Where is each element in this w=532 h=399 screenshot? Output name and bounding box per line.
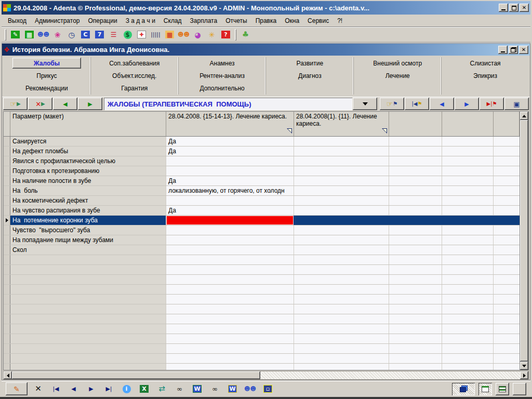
find-word2-button[interactable]: ∞ [208,382,222,396]
staff-button[interactable]: ☻☻ [177,28,191,42]
value-cell[interactable] [442,186,494,195]
value-cell[interactable] [494,196,520,205]
menu-item[interactable]: Зарплата [186,16,222,25]
table-row[interactable]: На косметический дефект [4,196,520,206]
value-cell[interactable] [389,186,442,195]
empty-row[interactable] [4,265,520,275]
edit-record-button[interactable]: ✎ [6,382,28,395]
empty-row[interactable] [4,304,520,314]
value-cell[interactable] [294,176,389,185]
table-row[interactable]: На потемнение коронки зуба [4,216,520,225]
empty-row[interactable] [4,344,520,354]
doc-restore-button[interactable] [509,46,518,54]
section-dropdown-button[interactable] [353,98,377,110]
minimize-button[interactable] [499,4,508,12]
excel-export-button[interactable]: X [137,382,151,396]
menu-item[interactable]: Склад [159,16,186,25]
timetable-button[interactable]: ◷ [64,28,78,42]
value-cell[interactable] [294,235,389,245]
horizontal-scroll-track[interactable] [260,371,520,379]
word-template-button[interactable]: W [190,382,204,396]
schedule-button[interactable]: ▦ [22,28,36,42]
window-split-button[interactable] [496,383,509,395]
table-row[interactable]: На попадание пищи между зубами [4,235,520,245]
value-cell[interactable] [166,156,294,166]
scroll-right-button[interactable] [520,371,528,379]
close-button[interactable]: ✕ [520,4,529,12]
scroll-down-button[interactable] [520,362,528,370]
payments-button[interactable]: $ [121,28,135,42]
cabinet-button[interactable]: ▦ [163,28,177,42]
value-cell[interactable] [442,245,494,255]
value-cell[interactable] [389,166,442,176]
value-cell[interactable] [494,147,520,156]
doc-minimize-button[interactable] [498,46,508,54]
empty-row[interactable] [4,354,520,364]
value-cell[interactable] [494,245,520,255]
empty-row[interactable] [4,314,520,324]
value-cell[interactable] [494,186,520,195]
first-record-flag-button[interactable]: |◀⚑ [405,98,429,110]
empty-row[interactable] [4,324,520,334]
table-row[interactable]: СанируетсяДа [4,137,520,147]
column-header[interactable] [389,112,442,136]
menu-item[interactable]: Сервис [303,16,333,25]
window-blank-button[interactable] [513,383,526,395]
value-cell[interactable] [389,206,442,215]
value-cell[interactable]: Да [166,176,294,185]
value-cell[interactable] [294,137,389,146]
tab-item[interactable]: Рекомендации [3,82,90,95]
patients-button[interactable]: ☻☻ [36,28,50,42]
scroll-up-button[interactable] [520,112,528,120]
table-row[interactable]: Подготовка к протезированию [4,166,520,176]
value-cell[interactable] [389,156,442,166]
horizontal-scroll-thumb[interactable] [12,371,260,379]
delete-record-button[interactable]: ✕ [31,382,45,396]
tab-item[interactable]: Объект.исслед. [91,70,178,82]
value-cell[interactable] [294,166,389,176]
table-row[interactable]: На наличие полости в зубеДа [4,176,520,186]
value-cell[interactable] [294,196,389,205]
value-cell[interactable] [294,225,389,235]
tab-item[interactable]: Соп.заболевания [91,57,178,70]
price-list-button[interactable]: ☰ [107,28,121,42]
value-cell[interactable] [166,235,294,245]
last-record-flag-button[interactable]: ▶|⚑ [480,98,504,110]
save-exit-button[interactable]: ▫ [261,382,275,396]
menu-item[interactable]: Администратор [31,16,84,25]
visit-card-button[interactable]: ✎ [8,28,22,42]
word-doc-button[interactable]: W [225,382,240,396]
tab-item[interactable]: Гарантия [91,82,178,95]
value-cell[interactable] [389,225,442,235]
empty-row[interactable] [4,364,520,370]
tab-item[interactable]: Развитие [266,57,353,70]
clover-button[interactable]: ♣ [238,28,252,42]
next-template-button[interactable]: ▶ [78,98,102,110]
menu-item[interactable]: Операции [84,16,121,25]
value-cell[interactable]: Да [166,137,294,146]
calendar-c-button[interactable]: C [78,28,92,42]
value-cell[interactable] [494,137,520,146]
tab-item[interactable]: Жалобы [12,58,81,69]
tab-item[interactable]: Прикус [3,70,90,82]
vertical-scroll-thumb[interactable] [520,120,528,362]
value-cell[interactable] [494,225,520,235]
value-cell[interactable] [294,216,389,225]
statistics-button[interactable]: ◕ [191,28,205,42]
value-cell[interactable] [294,245,389,255]
vertical-scrollbar[interactable] [520,111,529,370]
empty-row[interactable] [4,334,520,344]
table-row[interactable]: На больлокализованную, от горячего, от х… [4,186,520,196]
value-cell[interactable]: Да [166,206,294,215]
menu-item[interactable]: ?! [333,16,347,25]
table-row[interactable]: Скол [4,245,520,255]
value-cell[interactable] [442,225,494,235]
value-cell[interactable] [294,186,389,195]
calendar-7-button[interactable]: 7 [92,28,107,42]
value-cell[interactable]: Да [166,147,294,156]
empty-row[interactable] [4,285,520,295]
tools-button[interactable]: ✳ [205,28,219,42]
tab-item[interactable]: Анамнез [179,57,266,70]
value-cell[interactable] [442,156,494,166]
first-record-button[interactable]: |◀ [49,382,63,396]
